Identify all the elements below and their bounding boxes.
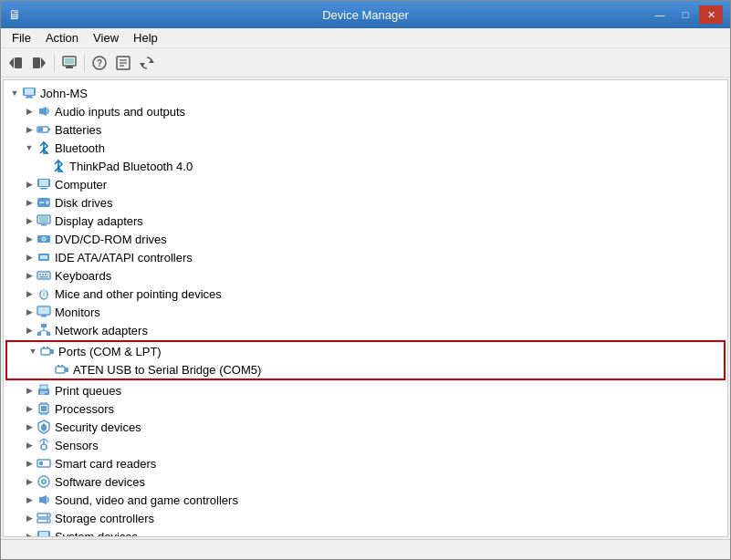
tree-item-computer[interactable]: ▶ Computer bbox=[4, 175, 727, 193]
device-manager-window: 🖥 Device Manager — □ ✕ File Action View … bbox=[0, 0, 731, 560]
properties-button[interactable] bbox=[58, 52, 80, 74]
svg-point-98 bbox=[47, 520, 48, 522]
tree-item-security[interactable]: ▶ Security devices bbox=[4, 418, 727, 436]
svg-rect-51 bbox=[47, 274, 48, 275]
smartcard-icon bbox=[37, 456, 51, 471]
svg-point-86 bbox=[41, 444, 47, 450]
window-icon: 🖥 bbox=[8, 7, 21, 22]
svg-marker-26 bbox=[44, 150, 47, 153]
toolbar-separator-2 bbox=[84, 54, 85, 72]
title-bar: 🖥 Device Manager — □ ✕ bbox=[1, 1, 730, 28]
tree-item-network[interactable]: ▶ Network adapters bbox=[4, 321, 727, 339]
svg-marker-2 bbox=[41, 57, 46, 68]
help-button[interactable]: ? bbox=[89, 52, 110, 74]
sound-icon bbox=[37, 493, 51, 507]
device-tree: ▼ John-MS ▶ bbox=[4, 80, 727, 537]
forward-button[interactable] bbox=[28, 52, 50, 74]
printq-expand-icon: ▶ bbox=[22, 383, 37, 398]
tree-item-dvd[interactable]: ▶ DVD/CD-ROM drives bbox=[4, 230, 727, 248]
svg-rect-1 bbox=[15, 57, 22, 68]
svg-rect-52 bbox=[39, 276, 48, 278]
svg-rect-72 bbox=[61, 365, 63, 367]
menu-file[interactable]: File bbox=[5, 29, 38, 47]
svg-rect-93 bbox=[39, 497, 42, 503]
tree-item-processors[interactable]: ▶ Processors bbox=[4, 399, 727, 418]
svg-rect-68 bbox=[47, 347, 48, 348]
sensors-expand-icon: ▶ bbox=[22, 438, 37, 452]
svg-point-92 bbox=[43, 481, 46, 483]
storage-icon bbox=[37, 511, 51, 525]
display-icon bbox=[37, 213, 51, 228]
svg-marker-15 bbox=[140, 63, 145, 67]
back-button[interactable] bbox=[5, 52, 26, 74]
software-icon bbox=[37, 474, 51, 489]
tree-item-monitors[interactable]: ▶ Monitors bbox=[4, 303, 727, 321]
tree-item-disk[interactable]: ▶ Disk drives bbox=[4, 193, 727, 212]
tree-item-display[interactable]: ▶ Display adapters bbox=[4, 212, 727, 230]
svg-rect-60 bbox=[41, 324, 47, 327]
svg-rect-69 bbox=[50, 349, 54, 354]
menu-action[interactable]: Action bbox=[38, 29, 86, 47]
mice-label: Mice and other pointing devices bbox=[55, 287, 222, 301]
tree-item-system[interactable]: ▶ System devices bbox=[4, 527, 727, 537]
computer-node-icon bbox=[37, 177, 51, 192]
computer-label: Computer bbox=[55, 178, 107, 192]
sensors-icon bbox=[37, 438, 51, 452]
title-bar-left: 🖥 bbox=[8, 7, 25, 22]
printq-label: Print queues bbox=[55, 384, 121, 398]
system-label: System devices bbox=[55, 530, 138, 538]
dvd-label: DVD/CD-ROM drives bbox=[55, 233, 167, 246]
mice-expand-icon: ▶ bbox=[22, 286, 37, 301]
tree-item-batteries[interactable]: ▶ Batteries bbox=[4, 120, 727, 139]
svg-line-65 bbox=[44, 330, 48, 332]
svg-marker-94 bbox=[42, 495, 47, 504]
maximize-button[interactable]: □ bbox=[674, 5, 697, 24]
tree-item-sensors[interactable]: ▶ Sensors bbox=[4, 436, 727, 454]
tree-item-sound[interactable]: ▶ Sound, video and game controllers bbox=[4, 491, 727, 509]
svg-rect-24 bbox=[38, 128, 43, 131]
tree-item-thinkpad-bt[interactable]: ThinkPad Bluetooth 4.0 bbox=[4, 157, 727, 175]
tree-item-audio[interactable]: ▶ Audio inputs and outputs bbox=[4, 102, 727, 120]
tree-item-printq[interactable]: ▶ Print queues bbox=[4, 381, 727, 399]
tree-item-ports[interactable]: ▼ Ports (COM & LPT) bbox=[7, 342, 724, 360]
disk-label: Disk drives bbox=[55, 196, 113, 210]
svg-rect-73 bbox=[65, 368, 68, 372]
window-title: Device Manager bbox=[322, 8, 409, 22]
root-collapse-icon: ▼ bbox=[7, 86, 22, 100]
svg-rect-46 bbox=[40, 255, 47, 259]
svg-rect-100 bbox=[39, 532, 48, 537]
minimize-button[interactable]: — bbox=[648, 5, 672, 24]
ide-label: IDE ATA/ATAPI controllers bbox=[55, 251, 193, 264]
tree-item-mice[interactable]: ▶ Mice and other pointing devices bbox=[4, 285, 727, 303]
tree-item-software[interactable]: ▶ Software devices bbox=[4, 472, 727, 491]
tree-root[interactable]: ▼ John-MS bbox=[4, 84, 727, 102]
svg-rect-17 bbox=[25, 88, 34, 95]
thinkpad-bt-label: ThinkPad Bluetooth 4.0 bbox=[69, 160, 193, 173]
svg-rect-66 bbox=[41, 348, 50, 355]
svg-rect-40 bbox=[39, 216, 48, 223]
tree-item-bluetooth[interactable]: ▼ Bluetooth bbox=[4, 139, 727, 157]
svg-rect-34 bbox=[39, 180, 48, 186]
monitors-expand-icon: ▶ bbox=[22, 305, 37, 319]
svg-rect-89 bbox=[39, 461, 43, 465]
tree-item-aten[interactable]: ATEN USB to Serial Bridge (COM5) bbox=[7, 360, 724, 379]
tree-item-smartcard[interactable]: ▶ Smart card readers bbox=[4, 454, 727, 472]
device-tree-content[interactable]: ▼ John-MS ▶ bbox=[3, 79, 728, 537]
close-button[interactable]: ✕ bbox=[699, 5, 723, 24]
device-info-button[interactable] bbox=[112, 52, 134, 74]
menu-help[interactable]: Help bbox=[126, 29, 165, 47]
svg-rect-48 bbox=[39, 274, 41, 275]
toolbar-separator-1 bbox=[54, 54, 55, 72]
tree-item-storage[interactable]: ▶ Storage controllers bbox=[4, 509, 727, 527]
svg-marker-30 bbox=[58, 168, 62, 171]
svg-rect-62 bbox=[47, 332, 50, 336]
tree-item-keyboards[interactable]: ▶ Keyboards bbox=[4, 266, 727, 285]
svg-marker-25 bbox=[44, 142, 47, 150]
keyboards-label: Keyboards bbox=[55, 269, 111, 283]
svg-marker-14 bbox=[149, 59, 154, 63]
refresh-button[interactable] bbox=[136, 52, 158, 74]
dvd-icon bbox=[37, 232, 51, 246]
menu-view[interactable]: View bbox=[86, 29, 126, 47]
tree-item-ide[interactable]: ▶ IDE ATA/ATAPI controllers bbox=[4, 248, 727, 266]
svg-rect-47 bbox=[37, 272, 50, 279]
